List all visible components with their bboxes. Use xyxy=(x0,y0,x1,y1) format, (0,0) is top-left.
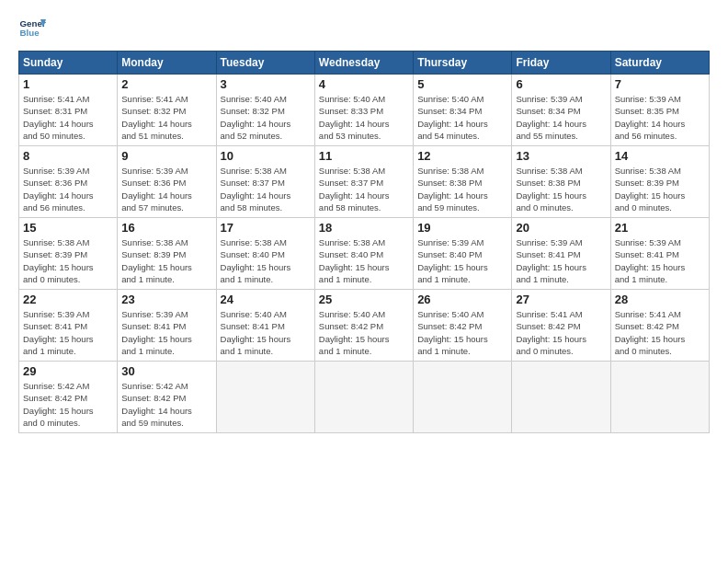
calendar-cell: 23Sunrise: 5:39 AM Sunset: 8:41 PM Dayli… xyxy=(118,290,216,362)
calendar-cell: 18Sunrise: 5:38 AM Sunset: 8:40 PM Dayli… xyxy=(314,218,413,290)
calendar-cell: 15Sunrise: 5:38 AM Sunset: 8:39 PM Dayli… xyxy=(19,218,118,290)
day-number: 7 xyxy=(615,77,705,91)
day-info: Sunrise: 5:41 AM Sunset: 8:31 PM Dayligh… xyxy=(23,93,113,142)
day-number: 22 xyxy=(23,293,113,306)
calendar-cell: 10Sunrise: 5:38 AM Sunset: 8:37 PM Dayli… xyxy=(216,146,314,218)
calendar-cell: 16Sunrise: 5:38 AM Sunset: 8:39 PM Dayli… xyxy=(118,218,216,290)
calendar-cell xyxy=(216,362,314,433)
calendar-cell: 4Sunrise: 5:40 AM Sunset: 8:33 PM Daylig… xyxy=(314,75,413,146)
day-info: Sunrise: 5:39 AM Sunset: 8:36 PM Dayligh… xyxy=(23,165,113,213)
day-info: Sunrise: 5:39 AM Sunset: 8:41 PM Dayligh… xyxy=(615,236,705,285)
weekday-thursday: Thursday xyxy=(414,52,512,75)
calendar-cell: 19Sunrise: 5:39 AM Sunset: 8:40 PM Dayli… xyxy=(414,218,512,290)
logo: General Blue xyxy=(18,14,46,41)
day-info: Sunrise: 5:41 AM Sunset: 8:42 PM Dayligh… xyxy=(615,308,705,357)
week-row-4: 22Sunrise: 5:39 AM Sunset: 8:41 PM Dayli… xyxy=(19,290,710,362)
page: General Blue SundayMondayTuesdayWednesda… xyxy=(0,0,728,563)
calendar-cell: 12Sunrise: 5:38 AM Sunset: 8:38 PM Dayli… xyxy=(414,146,512,218)
header: General Blue xyxy=(18,14,710,41)
day-info: Sunrise: 5:39 AM Sunset: 8:41 PM Dayligh… xyxy=(23,308,113,357)
day-info: Sunrise: 5:39 AM Sunset: 8:41 PM Dayligh… xyxy=(121,308,211,357)
day-info: Sunrise: 5:38 AM Sunset: 8:40 PM Dayligh… xyxy=(319,236,409,285)
calendar-cell: 20Sunrise: 5:39 AM Sunset: 8:41 PM Dayli… xyxy=(512,218,610,290)
day-number: 18 xyxy=(319,221,409,235)
day-info: Sunrise: 5:39 AM Sunset: 8:34 PM Dayligh… xyxy=(516,93,606,142)
week-row-5: 29Sunrise: 5:42 AM Sunset: 8:42 PM Dayli… xyxy=(19,362,710,433)
calendar-cell: 28Sunrise: 5:41 AM Sunset: 8:42 PM Dayli… xyxy=(610,290,709,362)
day-info: Sunrise: 5:40 AM Sunset: 8:41 PM Dayligh… xyxy=(221,308,311,357)
calendar-cell xyxy=(314,362,413,433)
calendar-cell xyxy=(512,362,610,433)
calendar-cell: 21Sunrise: 5:39 AM Sunset: 8:41 PM Dayli… xyxy=(610,218,709,290)
calendar-cell: 30Sunrise: 5:42 AM Sunset: 8:42 PM Dayli… xyxy=(118,362,216,433)
day-info: Sunrise: 5:40 AM Sunset: 8:33 PM Dayligh… xyxy=(319,93,409,142)
calendar-cell: 24Sunrise: 5:40 AM Sunset: 8:41 PM Dayli… xyxy=(216,290,314,362)
day-info: Sunrise: 5:38 AM Sunset: 8:39 PM Dayligh… xyxy=(615,165,705,213)
day-number: 24 xyxy=(221,293,311,306)
calendar-cell: 13Sunrise: 5:38 AM Sunset: 8:38 PM Dayli… xyxy=(512,146,610,218)
calendar-cell: 29Sunrise: 5:42 AM Sunset: 8:42 PM Dayli… xyxy=(19,362,118,433)
day-info: Sunrise: 5:40 AM Sunset: 8:34 PM Dayligh… xyxy=(417,93,507,142)
day-number: 16 xyxy=(121,221,211,235)
weekday-saturday: Saturday xyxy=(610,52,709,75)
day-number: 6 xyxy=(516,77,606,91)
calendar-cell: 27Sunrise: 5:41 AM Sunset: 8:42 PM Dayli… xyxy=(512,290,610,362)
calendar-table: SundayMondayTuesdayWednesdayThursdayFrid… xyxy=(18,51,710,433)
day-info: Sunrise: 5:38 AM Sunset: 8:39 PM Dayligh… xyxy=(23,236,113,285)
week-row-3: 15Sunrise: 5:38 AM Sunset: 8:39 PM Dayli… xyxy=(19,218,710,290)
day-number: 10 xyxy=(221,149,311,163)
day-number: 23 xyxy=(121,293,211,306)
weekday-friday: Friday xyxy=(512,52,610,75)
day-number: 28 xyxy=(615,293,705,306)
day-info: Sunrise: 5:39 AM Sunset: 8:35 PM Dayligh… xyxy=(615,93,705,142)
day-number: 5 xyxy=(417,77,507,91)
day-number: 15 xyxy=(23,221,113,235)
calendar-cell: 2Sunrise: 5:41 AM Sunset: 8:32 PM Daylig… xyxy=(118,75,216,146)
weekday-header-row: SundayMondayTuesdayWednesdayThursdayFrid… xyxy=(19,52,710,75)
day-number: 4 xyxy=(319,77,409,91)
weekday-tuesday: Tuesday xyxy=(216,52,314,75)
calendar-cell: 9Sunrise: 5:39 AM Sunset: 8:36 PM Daylig… xyxy=(118,146,216,218)
day-number: 1 xyxy=(23,77,113,91)
calendar-cell: 3Sunrise: 5:40 AM Sunset: 8:32 PM Daylig… xyxy=(216,75,314,146)
day-info: Sunrise: 5:40 AM Sunset: 8:32 PM Dayligh… xyxy=(221,93,311,142)
day-number: 13 xyxy=(516,149,606,163)
day-number: 14 xyxy=(615,149,705,163)
day-number: 26 xyxy=(417,293,507,306)
weekday-wednesday: Wednesday xyxy=(314,52,413,75)
svg-text:Blue: Blue xyxy=(20,28,40,38)
calendar-cell: 8Sunrise: 5:39 AM Sunset: 8:36 PM Daylig… xyxy=(19,146,118,218)
day-number: 19 xyxy=(417,221,507,235)
calendar-cell: 14Sunrise: 5:38 AM Sunset: 8:39 PM Dayli… xyxy=(610,146,709,218)
day-number: 11 xyxy=(319,149,409,163)
calendar-cell: 6Sunrise: 5:39 AM Sunset: 8:34 PM Daylig… xyxy=(512,75,610,146)
weekday-monday: Monday xyxy=(118,52,216,75)
calendar-cell: 11Sunrise: 5:38 AM Sunset: 8:37 PM Dayli… xyxy=(314,146,413,218)
day-info: Sunrise: 5:41 AM Sunset: 8:32 PM Dayligh… xyxy=(121,93,211,142)
day-info: Sunrise: 5:38 AM Sunset: 8:40 PM Dayligh… xyxy=(221,236,311,285)
calendar-cell: 25Sunrise: 5:40 AM Sunset: 8:42 PM Dayli… xyxy=(314,290,413,362)
day-number: 3 xyxy=(221,77,311,91)
day-info: Sunrise: 5:39 AM Sunset: 8:40 PM Dayligh… xyxy=(417,236,507,285)
day-info: Sunrise: 5:39 AM Sunset: 8:36 PM Dayligh… xyxy=(121,165,211,213)
day-number: 21 xyxy=(615,221,705,235)
day-info: Sunrise: 5:42 AM Sunset: 8:42 PM Dayligh… xyxy=(121,380,211,429)
day-number: 9 xyxy=(121,149,211,163)
day-number: 2 xyxy=(121,77,211,91)
day-info: Sunrise: 5:39 AM Sunset: 8:41 PM Dayligh… xyxy=(516,236,606,285)
day-info: Sunrise: 5:38 AM Sunset: 8:38 PM Dayligh… xyxy=(417,165,507,213)
day-info: Sunrise: 5:40 AM Sunset: 8:42 PM Dayligh… xyxy=(319,308,409,357)
day-info: Sunrise: 5:38 AM Sunset: 8:38 PM Dayligh… xyxy=(516,165,606,213)
day-number: 8 xyxy=(23,149,113,163)
calendar-cell: 22Sunrise: 5:39 AM Sunset: 8:41 PM Dayli… xyxy=(19,290,118,362)
calendar-cell xyxy=(610,362,709,433)
calendar-cell: 1Sunrise: 5:41 AM Sunset: 8:31 PM Daylig… xyxy=(19,75,118,146)
day-info: Sunrise: 5:38 AM Sunset: 8:37 PM Dayligh… xyxy=(221,165,311,213)
day-number: 29 xyxy=(23,364,113,378)
day-number: 17 xyxy=(221,221,311,235)
day-number: 20 xyxy=(516,221,606,235)
day-number: 12 xyxy=(417,149,507,163)
calendar-cell: 17Sunrise: 5:38 AM Sunset: 8:40 PM Dayli… xyxy=(216,218,314,290)
day-number: 27 xyxy=(516,293,606,306)
day-info: Sunrise: 5:40 AM Sunset: 8:42 PM Dayligh… xyxy=(417,308,507,357)
